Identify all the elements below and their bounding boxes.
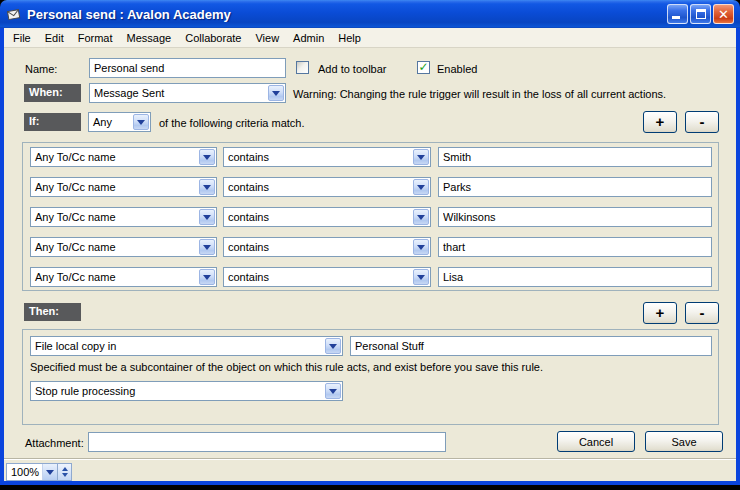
remove-action-button[interactable]: - bbox=[685, 302, 719, 324]
window-icon bbox=[6, 6, 22, 22]
window-border-right bbox=[736, 28, 740, 481]
chevron-down-icon[interactable] bbox=[199, 179, 215, 195]
second-action-value: Stop rule processing bbox=[31, 385, 325, 397]
zoom-value: 100% bbox=[7, 464, 42, 480]
attachment-label: Attachment: bbox=[25, 437, 84, 449]
criteria-field-select[interactable]: Any To/Cc name bbox=[30, 207, 217, 227]
enabled-checkbox[interactable]: ✓ bbox=[417, 61, 430, 74]
criteria-operator-value: contains bbox=[224, 181, 413, 193]
chevron-down-icon[interactable] bbox=[325, 338, 341, 354]
if-match-select[interactable]: Any bbox=[88, 112, 151, 132]
menu-edit[interactable]: Edit bbox=[38, 30, 71, 46]
menu-message[interactable]: Message bbox=[120, 30, 179, 46]
criteria-value-input[interactable] bbox=[438, 147, 712, 167]
statusbar-divider bbox=[4, 458, 736, 460]
criteria-operator-value: contains bbox=[224, 241, 413, 253]
criteria-operator-select[interactable]: contains bbox=[223, 147, 431, 167]
close-button[interactable]: ✕ bbox=[713, 4, 734, 24]
chevron-down-icon bbox=[46, 470, 54, 475]
check-icon: ✓ bbox=[418, 62, 429, 73]
criteria-operator-select[interactable]: contains bbox=[223, 207, 431, 227]
second-action-select[interactable]: Stop rule processing bbox=[30, 381, 343, 401]
menu-admin[interactable]: Admin bbox=[286, 30, 331, 46]
zoom-dropdown-button[interactable] bbox=[42, 464, 57, 480]
name-label: Name: bbox=[25, 63, 57, 75]
criteria-field-value: Any To/Cc name bbox=[31, 181, 199, 193]
window-border-bottom bbox=[0, 481, 740, 485]
criteria-operator-select[interactable]: contains bbox=[223, 177, 431, 197]
then-section-label: Then: bbox=[24, 303, 81, 321]
chevron-down-icon[interactable] bbox=[199, 209, 215, 225]
criteria-field-value: Any To/Cc name bbox=[31, 241, 199, 253]
menu-collaborate[interactable]: Collaborate bbox=[178, 30, 248, 46]
if-section-label: If: bbox=[24, 113, 81, 131]
menu-view[interactable]: View bbox=[248, 30, 286, 46]
action-note-text: Specified must be a subcontainer of the … bbox=[30, 361, 543, 373]
action-select[interactable]: File local copy in bbox=[30, 336, 343, 356]
if-suffix-text: of the following criteria match. bbox=[159, 117, 305, 129]
chevron-down-icon[interactable] bbox=[133, 114, 149, 130]
menu-bar: File Edit Format Message Collaborate Vie… bbox=[4, 28, 736, 48]
desktop: Personal send : Avalon Academy ✕ File Ed… bbox=[0, 0, 740, 490]
title-bar[interactable]: Personal send : Avalon Academy ✕ bbox=[0, 0, 740, 28]
criteria-field-select[interactable]: Any To/Cc name bbox=[30, 147, 217, 167]
criteria-operator-value: contains bbox=[224, 211, 413, 223]
rule-editor-window: Personal send : Avalon Academy ✕ File Ed… bbox=[0, 0, 740, 485]
chevron-down-icon[interactable] bbox=[268, 85, 284, 101]
if-match-value: Any bbox=[89, 116, 133, 128]
window-title: Personal send : Avalon Academy bbox=[27, 7, 665, 22]
chevron-down-icon[interactable] bbox=[413, 179, 429, 195]
minimize-button[interactable] bbox=[667, 4, 688, 24]
chevron-down-icon[interactable] bbox=[199, 269, 215, 285]
chevron-down-icon[interactable] bbox=[199, 239, 215, 255]
add-criteria-button[interactable]: + bbox=[643, 111, 677, 133]
add-to-toolbar-label: Add to toolbar bbox=[318, 63, 387, 75]
when-trigger-value: Message Sent bbox=[90, 87, 268, 99]
spinner-up-icon bbox=[62, 467, 68, 471]
add-to-toolbar-checkbox[interactable] bbox=[296, 61, 309, 74]
enabled-label: Enabled bbox=[437, 63, 477, 75]
criteria-operator-value: contains bbox=[224, 271, 413, 283]
add-action-button[interactable]: + bbox=[643, 302, 677, 324]
maximize-icon bbox=[696, 9, 706, 19]
chevron-down-icon[interactable] bbox=[413, 209, 429, 225]
chevron-down-icon[interactable] bbox=[413, 239, 429, 255]
when-trigger-select[interactable]: Message Sent bbox=[89, 83, 286, 103]
criteria-value-input[interactable] bbox=[438, 267, 712, 287]
criteria-field-select[interactable]: Any To/Cc name bbox=[30, 267, 217, 287]
criteria-field-value: Any To/Cc name bbox=[31, 211, 199, 223]
criteria-field-value: Any To/Cc name bbox=[31, 151, 199, 163]
criteria-operator-value: contains bbox=[224, 151, 413, 163]
criteria-value-input[interactable] bbox=[438, 207, 712, 227]
chevron-down-icon[interactable] bbox=[413, 149, 429, 165]
when-warning-text: Warning: Changing the rule trigger will … bbox=[293, 88, 666, 100]
menu-format[interactable]: Format bbox=[71, 30, 120, 46]
when-section-label: When: bbox=[24, 84, 81, 102]
window-border-left bbox=[0, 28, 4, 481]
criteria-operator-select[interactable]: contains bbox=[223, 267, 431, 287]
chevron-down-icon[interactable] bbox=[199, 149, 215, 165]
action-value: File local copy in bbox=[31, 340, 325, 352]
minimize-icon bbox=[672, 16, 680, 19]
cancel-button[interactable]: Cancel bbox=[557, 431, 635, 452]
zoom-control[interactable]: 100% bbox=[6, 463, 72, 481]
zoom-spinner[interactable] bbox=[57, 464, 71, 480]
criteria-value-input[interactable] bbox=[438, 177, 712, 197]
remove-criteria-button[interactable]: - bbox=[685, 111, 719, 133]
maximize-button[interactable] bbox=[690, 4, 711, 24]
criteria-field-select[interactable]: Any To/Cc name bbox=[30, 237, 217, 257]
menu-file[interactable]: File bbox=[6, 30, 38, 46]
criteria-operator-select[interactable]: contains bbox=[223, 237, 431, 257]
attachment-input[interactable] bbox=[88, 432, 446, 452]
criteria-field-value: Any To/Cc name bbox=[31, 271, 199, 283]
name-input[interactable] bbox=[89, 58, 286, 78]
chevron-down-icon[interactable] bbox=[325, 383, 341, 399]
chevron-down-icon[interactable] bbox=[413, 269, 429, 285]
save-button[interactable]: Save bbox=[645, 431, 723, 452]
action-target-input[interactable] bbox=[350, 336, 712, 356]
close-icon: ✕ bbox=[714, 5, 733, 23]
criteria-field-select[interactable]: Any To/Cc name bbox=[30, 177, 217, 197]
spinner-down-icon bbox=[62, 473, 68, 477]
menu-help[interactable]: Help bbox=[331, 30, 368, 46]
criteria-value-input[interactable] bbox=[438, 237, 712, 257]
